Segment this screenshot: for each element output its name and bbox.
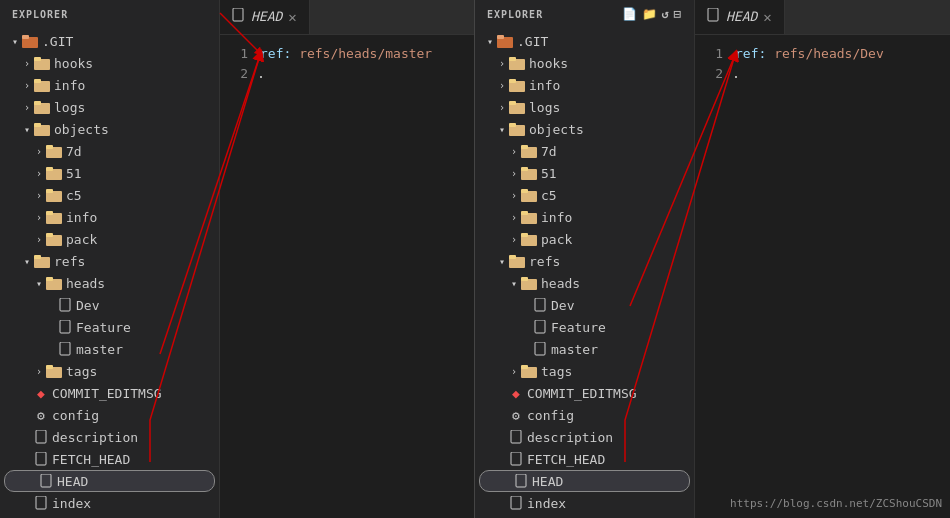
right-explorer-panel: EXPLORER 📄 📁 ↺ ⊟ ▾ .GIT ›	[475, 0, 695, 518]
left-label-head: HEAD	[57, 474, 88, 489]
svg-rect-11	[46, 145, 53, 149]
right-label-51: 51	[541, 166, 557, 181]
left-tree-item-objects[interactable]: ▾ objects	[0, 118, 219, 140]
right-tab-close[interactable]: ✕	[763, 9, 771, 25]
right-editor-panel: HEAD ✕ 1 ref: refs/heads/Dev 2	[695, 0, 950, 518]
left-tree-item-dev[interactable]: › Dev	[0, 294, 219, 316]
right-folder-icon-51	[521, 166, 537, 180]
svg-rect-68	[511, 452, 521, 465]
left-folder-icon-c5	[46, 188, 62, 202]
right-tree-item-7d[interactable]: › 7d	[475, 140, 694, 162]
left-chevron-hooks: ›	[20, 58, 34, 69]
right-editor-content: 1 ref: refs/heads/Dev 2	[695, 35, 950, 518]
svg-rect-64	[535, 342, 545, 355]
left-ref-path: refs/heads/master	[299, 46, 432, 61]
svg-rect-69	[516, 474, 526, 487]
right-cursor	[735, 76, 737, 78]
left-file-icon-commit: ◆	[34, 386, 48, 400]
new-folder-icon[interactable]: 📁	[642, 7, 658, 21]
svg-rect-62	[535, 298, 545, 311]
left-file-tree: ▾ .GIT › hooks ›	[0, 28, 219, 518]
right-file-icon-index	[509, 496, 523, 510]
right-label-commit: COMMIT_EDITMSG	[527, 386, 637, 401]
right-tab-head[interactable]: HEAD ✕	[695, 0, 785, 34]
right-tree-item-feature[interactable]: › Feature	[475, 316, 694, 338]
svg-rect-29	[46, 365, 53, 369]
left-tree-item-heads[interactable]: ▾ heads	[0, 272, 219, 294]
left-tab-bar: HEAD ✕	[220, 0, 474, 35]
collapse-icon[interactable]: ⊟	[674, 7, 682, 21]
right-tree-item-pack[interactable]: › pack	[475, 228, 694, 250]
left-tree-item-info[interactable]: › info	[0, 74, 219, 96]
right-chevron-git: ▾	[483, 36, 497, 47]
left-tree-item-commit[interactable]: › ◆ COMMIT_EDITMSG	[0, 382, 219, 404]
left-tab-head[interactable]: HEAD ✕	[220, 0, 310, 34]
left-tree-item-51[interactable]: › 51	[0, 162, 219, 184]
right-tree-item-hooks[interactable]: › hooks	[475, 52, 694, 74]
right-tree-item-commit[interactable]: › ◆ COMMIT_EDITMSG	[475, 382, 694, 404]
svg-rect-45	[509, 101, 516, 105]
right-tree-item-config[interactable]: › ⚙ config	[475, 404, 694, 426]
right-tree-item-logs[interactable]: › logs	[475, 96, 694, 118]
right-tree-item-index[interactable]: › index	[475, 492, 694, 514]
right-tree-item-dev[interactable]: › Dev	[475, 294, 694, 316]
right-tree-item-fetch[interactable]: › FETCH_HEAD	[475, 448, 694, 470]
left-tree-item-description[interactable]: › description	[0, 426, 219, 448]
right-tree-item-obj-info[interactable]: › info	[475, 206, 694, 228]
right-line-num-1: 1	[695, 46, 735, 61]
right-tree-item-tags[interactable]: › tags	[475, 360, 694, 382]
left-tree-item-feature[interactable]: › Feature	[0, 316, 219, 338]
left-tree-item-master[interactable]: › master	[0, 338, 219, 360]
right-ref-path: refs/heads/Dev	[774, 46, 884, 61]
left-line-num-2: 2	[220, 66, 260, 81]
right-tree-item-head[interactable]: › HEAD	[479, 470, 690, 492]
right-label-head: HEAD	[532, 474, 563, 489]
right-tree-item-51[interactable]: › 51	[475, 162, 694, 184]
right-tree-item-heads[interactable]: ▾ heads	[475, 272, 694, 294]
right-tree-item-info[interactable]: › info	[475, 74, 694, 96]
left-tree-item-obj-info[interactable]: › info	[0, 206, 219, 228]
left-tree-item-pack[interactable]: › pack	[0, 228, 219, 250]
left-tree-item-hooks[interactable]: › hooks	[0, 52, 219, 74]
left-label-config: config	[52, 408, 99, 423]
left-label-description: description	[52, 430, 138, 445]
left-tree-item-fetch[interactable]: › FETCH_HEAD	[0, 448, 219, 470]
left-chevron-tags: ›	[32, 366, 46, 377]
new-file-icon[interactable]: 📄	[622, 7, 638, 21]
right-tree-item-c5[interactable]: › c5	[475, 184, 694, 206]
right-label-objects: objects	[529, 122, 584, 137]
left-tree-item-tags[interactable]: › tags	[0, 360, 219, 382]
left-tab-close[interactable]: ✕	[288, 9, 296, 25]
refresh-icon[interactable]: ↺	[662, 7, 670, 21]
right-tree-item-git[interactable]: ▾ .GIT	[475, 30, 694, 52]
left-tree-item-7d[interactable]: › 7d	[0, 140, 219, 162]
left-tree-item-logs[interactable]: › logs	[0, 96, 219, 118]
left-file-icon-feature	[58, 320, 72, 334]
svg-rect-3	[34, 57, 41, 61]
left-tree-item-refs[interactable]: ▾ refs	[0, 250, 219, 272]
right-file-icon-config: ⚙	[509, 408, 523, 422]
left-tree-item-c5[interactable]: › c5	[0, 184, 219, 206]
left-chevron-logs: ›	[20, 102, 34, 113]
right-tree-item-refs[interactable]: ▾ refs	[475, 250, 694, 272]
right-tree-item-description[interactable]: › description	[475, 426, 694, 448]
svg-rect-47	[509, 123, 516, 127]
left-tree-item-config[interactable]: › ⚙ config	[0, 404, 219, 426]
svg-rect-41	[509, 57, 516, 61]
svg-rect-49	[521, 145, 528, 149]
svg-rect-57	[521, 233, 528, 237]
svg-rect-9	[34, 123, 41, 127]
svg-rect-43	[509, 79, 516, 83]
right-label-refs: refs	[529, 254, 560, 269]
svg-rect-31	[36, 452, 46, 465]
left-tree-item-head[interactable]: › HEAD	[4, 470, 215, 492]
left-file-icon-fetch	[34, 452, 48, 466]
left-chevron-pack: ›	[32, 234, 46, 245]
left-label-tags: tags	[66, 364, 97, 379]
right-tree-item-objects[interactable]: ▾ objects	[475, 118, 694, 140]
right-tree-item-master[interactable]: › master	[475, 338, 694, 360]
left-tree-item-git[interactable]: ▾ .GIT	[0, 30, 219, 52]
left-tree-item-index[interactable]: › index	[0, 492, 219, 514]
left-chevron-objects: ▾	[20, 124, 34, 135]
svg-rect-7	[34, 101, 41, 105]
